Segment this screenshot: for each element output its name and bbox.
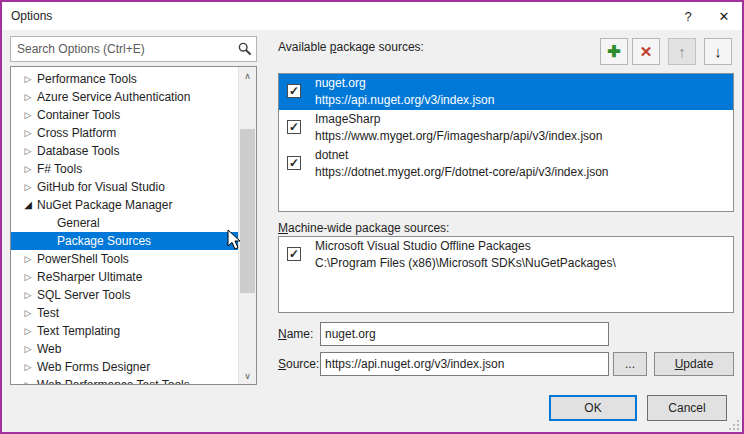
tree-collapsed-icon[interactable]: ▷ <box>19 322 37 340</box>
search-box[interactable] <box>10 36 257 62</box>
tree-item-label: Container Tools <box>37 106 120 124</box>
source-text: dotnethttps://dotnet.myget.org/F/dotnet-… <box>315 147 729 181</box>
tree-item-label: Package Sources <box>57 232 151 250</box>
tree-collapsed-icon[interactable]: ▷ <box>19 358 37 376</box>
source-item-dotnet[interactable]: ✓dotnethttps://dotnet.myget.org/F/dotnet… <box>279 146 733 182</box>
tree-item-nuget-package-manager[interactable]: ◢NuGet Package Manager <box>11 196 239 214</box>
tree-collapsed-icon[interactable]: ▷ <box>19 340 37 358</box>
source-item-nuget-org[interactable]: ✓nuget.orghttps://api.nuget.org/v3/index… <box>279 74 733 110</box>
tree-item-web-forms-designer[interactable]: ▷Web Forms Designer <box>11 358 239 376</box>
ok-button[interactable]: OK <box>549 395 637 421</box>
tree-scrollbar[interactable]: ∧ ∨ <box>238 67 256 384</box>
tree-item-label: Performance Tools <box>37 70 137 88</box>
tree-collapsed-icon[interactable]: ▷ <box>19 304 37 322</box>
source-field[interactable] <box>320 352 609 376</box>
tree-item-label: SQL Server Tools <box>37 286 130 304</box>
tree-item-f-tools[interactable]: ▷F# Tools <box>11 160 239 178</box>
tree-item-cross-platform[interactable]: ▷Cross Platform <box>11 124 239 142</box>
tree-collapsed-icon[interactable]: ▷ <box>19 124 37 142</box>
tree-collapsed-icon[interactable]: ▷ <box>19 142 37 160</box>
source-text: Microsoft Visual Studio Offline Packages… <box>315 238 729 272</box>
tree-item-label: Web Performance Test Tools <box>37 376 190 385</box>
search-input[interactable] <box>11 42 234 56</box>
source-text: ImageSharphttps://www.myget.org/F/images… <box>315 111 729 145</box>
close-button[interactable]: ✕ <box>706 2 742 30</box>
source-name: Microsoft Visual Studio Offline Packages <box>315 238 729 255</box>
name-field[interactable] <box>320 322 609 346</box>
source-item-microsoft-visual-studio-offline-packages[interactable]: ✓Microsoft Visual Studio Offline Package… <box>279 237 733 273</box>
source-label: Source: <box>278 357 319 371</box>
tree-item-test[interactable]: ▷Test <box>11 304 239 322</box>
source-checkbox[interactable]: ✓ <box>287 120 301 134</box>
source-checkbox[interactable]: ✓ <box>287 247 301 261</box>
source-name: ImageSharp <box>315 111 729 128</box>
tree-collapsed-icon[interactable]: ▷ <box>19 376 37 385</box>
tree-collapsed-icon[interactable]: ▷ <box>19 268 37 286</box>
tree-item-label: PowerShell Tools <box>37 250 129 268</box>
machine-sources-list: ✓Microsoft Visual Studio Offline Package… <box>278 236 734 313</box>
scroll-down-icon[interactable]: ∨ <box>239 367 256 384</box>
cancel-button[interactable]: Cancel <box>647 395 727 421</box>
scrollbar-thumb[interactable] <box>240 129 255 293</box>
source-name: nuget.org <box>315 75 729 92</box>
remove-source-button[interactable]: ✕ <box>632 38 660 65</box>
tree-item-azure-service-authentication[interactable]: ▷Azure Service Authentication <box>11 88 239 106</box>
move-down-button[interactable]: ↓ <box>704 38 732 65</box>
tree-item-github-for-visual-studio[interactable]: ▷GitHub for Visual Studio <box>11 178 239 196</box>
tree-item-text-templating[interactable]: ▷Text Templating <box>11 322 239 340</box>
tree-item-sql-server-tools[interactable]: ▷SQL Server Tools <box>11 286 239 304</box>
name-label: Name: <box>278 327 313 341</box>
arrow-up-icon: ↑ <box>678 43 686 60</box>
search-icon[interactable] <box>234 42 256 56</box>
remove-icon: ✕ <box>640 43 653 61</box>
update-button[interactable]: Update <box>654 352 734 376</box>
browse-button[interactable]: ... <box>613 352 647 376</box>
tree-item-database-tools[interactable]: ▷Database Tools <box>11 142 239 160</box>
tree-item-package-sources[interactable]: Package Sources <box>11 232 239 250</box>
tree-collapsed-icon[interactable]: ▷ <box>19 88 37 106</box>
tree-item-resharper-ultimate[interactable]: ▷ReSharper Ultimate <box>11 268 239 286</box>
tree-collapsed-icon[interactable]: ▷ <box>19 106 37 124</box>
add-icon: ✚ <box>607 42 620 61</box>
source-url: https://api.nuget.org/v3/index.json <box>315 92 729 109</box>
tree-item-label: Web <box>37 340 61 358</box>
scroll-up-icon[interactable]: ∧ <box>239 67 256 84</box>
source-checkbox[interactable]: ✓ <box>287 156 301 170</box>
tree-item-web[interactable]: ▷Web <box>11 340 239 358</box>
source-item-imagesharp[interactable]: ✓ImageSharphttps://www.myget.org/F/image… <box>279 110 733 146</box>
help-button[interactable]: ? <box>670 2 706 30</box>
tree-item-general[interactable]: General <box>11 214 239 232</box>
source-url: C:\Program Files (x86)\Microsoft SDKs\Nu… <box>315 255 729 272</box>
tree-item-label: F# Tools <box>37 160 82 178</box>
tree-item-web-performance-test-tools[interactable]: ▷Web Performance Test Tools <box>11 376 239 385</box>
tree-item-label: Text Templating <box>37 322 120 340</box>
tree-expanded-icon[interactable]: ◢ <box>19 196 37 214</box>
arrow-down-icon: ↓ <box>714 43 722 60</box>
tree-collapsed-icon[interactable]: ▷ <box>19 160 37 178</box>
resize-grip[interactable] <box>727 418 739 430</box>
add-source-button[interactable]: ✚ <box>600 38 628 65</box>
tree-collapsed-icon[interactable]: ▷ <box>19 286 37 304</box>
source-url: https://dotnet.myget.org/F/dotnet-core/a… <box>315 164 729 181</box>
machine-sources-label: Machine-wide package sources: <box>278 221 449 235</box>
available-sources-list: ✓nuget.orghttps://api.nuget.org/v3/index… <box>278 73 734 212</box>
tree-item-powershell-tools[interactable]: ▷PowerShell Tools <box>11 250 239 268</box>
source-name: dotnet <box>315 147 729 164</box>
source-url: https://www.myget.org/F/imagesharp/api/v… <box>315 128 729 145</box>
tree-item-performance-tools[interactable]: ▷Performance Tools <box>11 70 239 88</box>
available-sources-label: Available package sources: <box>278 40 424 54</box>
tree-item-label: Cross Platform <box>37 124 116 142</box>
tree-collapsed-icon[interactable]: ▷ <box>19 250 37 268</box>
options-dialog: Options ? ✕ ▷Performance Tools▷Azure Ser… <box>0 0 744 434</box>
tree-rows: ▷Performance Tools▷Azure Service Authent… <box>11 70 239 385</box>
tree-collapsed-icon[interactable]: ▷ <box>19 70 37 88</box>
move-up-button[interactable]: ↑ <box>668 38 696 65</box>
source-checkbox[interactable]: ✓ <box>287 84 301 98</box>
source-text: nuget.orghttps://api.nuget.org/v3/index.… <box>315 75 729 109</box>
tree-item-label: General <box>57 214 100 232</box>
tree-collapsed-icon[interactable]: ▷ <box>19 178 37 196</box>
tree-item-label: Web Forms Designer <box>37 358 150 376</box>
titlebar: Options ? ✕ <box>2 2 742 30</box>
tree-item-container-tools[interactable]: ▷Container Tools <box>11 106 239 124</box>
window-title: Options <box>2 9 670 23</box>
